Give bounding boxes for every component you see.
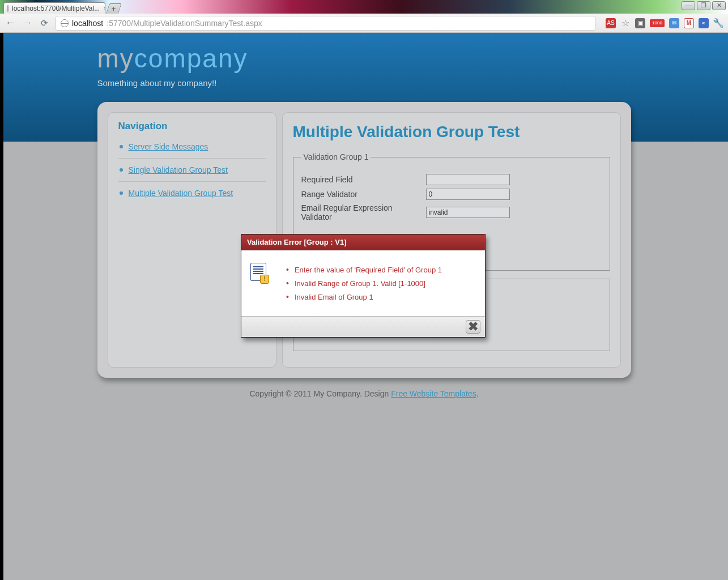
bullet-icon [120,168,123,172]
email-field-label: Email Regular Expression Validator [301,203,422,221]
page-title: Multiple Validation Group Test [293,123,610,141]
extensions-tray: AS ☆ ▣ 1000 ✉ M ≈ 🔧 [601,18,723,28]
site-logo: mycompany [97,43,631,74]
range-field-label: Range Validator [301,190,422,199]
url-host: localhost [72,19,103,28]
nav-item: Multiple Validation Group Test [118,182,266,204]
site-icon [61,19,69,27]
dialog-error-list: Enter the value of 'Required Field' of G… [286,261,442,306]
dialog-close-button[interactable]: ✖ [466,320,480,334]
footer-link[interactable]: Free Website Templates [391,389,476,398]
site-tagline: Something about my company!! [97,78,631,88]
bullet-icon [120,145,123,148]
browser-toolbar: ← → ⟳ localhost:57700/MultipleValidation… [0,14,728,33]
group1-legend: Validation Group 1 [301,152,371,161]
nav-heading: Navigation [118,121,266,132]
window-maximize-button[interactable]: ❐ [697,1,710,10]
logo-second: company [134,44,248,73]
left-gutter [0,33,3,580]
address-bar[interactable]: localhost:57700/MultipleValidationSummar… [56,16,595,31]
email-field-input[interactable] [426,207,510,218]
nav-back-button[interactable]: ← [5,18,16,29]
required-field-label: Required Field [301,175,422,184]
ext-wave-icon[interactable]: ≈ [699,18,709,28]
nav-reload-button[interactable]: ⟳ [39,18,50,29]
range-field-input[interactable] [426,189,510,200]
browser-tab[interactable]: localhost:57700/MultipleVal... × [3,2,105,14]
nav-item: Server Side Messages [118,135,266,159]
ext-gmail-icon[interactable]: M [684,18,694,28]
dialog-error-item: Enter the value of 'Required Field' of G… [286,265,442,274]
page-footer: Copyright © 2011 My Company. Design Free… [0,378,728,421]
tab-close-icon[interactable]: × [103,5,105,12]
logo-first: my [97,44,134,73]
ext-as-icon[interactable]: AS [606,18,616,28]
nav-link-single-group[interactable]: Single Validation Group Test [129,165,228,174]
dialog-footer: ✖ [241,317,485,337]
validation-error-dialog: Validation Error [Group : V1] Enter the … [241,234,486,338]
window-close-button[interactable]: ✕ [712,1,726,10]
ext-box-icon[interactable]: ▣ [635,18,645,28]
new-tab-button[interactable]: + [106,3,122,14]
warning-document-icon [250,263,266,281]
nav-forward-button[interactable]: → [22,18,33,29]
page-icon [7,5,8,12]
bookmark-star-icon[interactable]: ☆ [620,18,631,28]
window-minimize-button[interactable]: — [682,1,695,10]
url-path: :57700/MultipleValidationSummaryTest.asp… [107,19,262,28]
dialog-body: Enter the value of 'Required Field' of G… [241,250,485,317]
ext-counter-icon[interactable]: 1000 [650,19,665,27]
nav-link-multiple-group[interactable]: Multiple Validation Group Test [129,189,233,198]
nav-item: Single Validation Group Test [118,159,266,182]
required-field-input[interactable] [426,174,510,185]
dialog-title: Validation Error [Group : V1] [241,234,485,250]
dialog-error-item: Invalid Range of Group 1. Valid [1-1000] [286,279,442,288]
footer-text-before: Copyright © 2011 My Company. Design [249,389,391,398]
footer-text-after: . [476,389,479,398]
nav-link-server-side[interactable]: Server Side Messages [129,142,208,151]
window-controls: — ❐ ✕ [682,1,726,10]
tab-title: localhost:57700/MultipleVal... [12,5,100,12]
bullet-icon [120,191,123,195]
dialog-error-item: Invalid Email of Group 1 [286,292,442,301]
window-titlebar: localhost:57700/MultipleVal... × + — ❐ ✕ [0,0,728,14]
ext-mail-icon[interactable]: ✉ [669,18,679,28]
browser-menu-icon[interactable]: 🔧 [713,18,723,28]
